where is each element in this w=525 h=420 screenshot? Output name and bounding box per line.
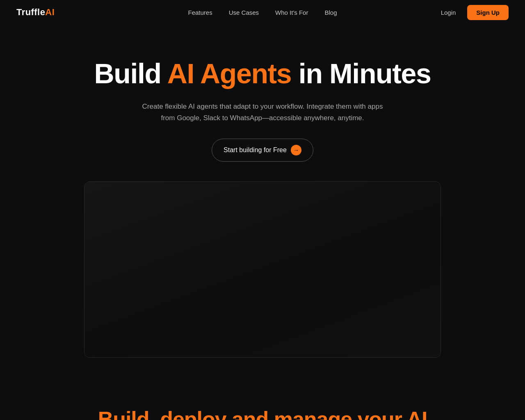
hero-section: Build AI Agents in Minutes Create flexib… xyxy=(0,25,525,374)
signup-button[interactable]: Sign Up xyxy=(467,5,509,20)
nav-link-features[interactable]: Features xyxy=(188,9,212,16)
nav-link-use-cases[interactable]: Use Cases xyxy=(229,9,259,16)
nav-links: Features Use Cases Who It's For Blog xyxy=(188,9,337,16)
demo-inner xyxy=(84,182,441,357)
hero-subtitle: Create flexible AI agents that adapt to … xyxy=(135,101,390,124)
nav-link-blog[interactable]: Blog xyxy=(324,9,337,16)
logo-text: TruffleAI xyxy=(16,7,55,18)
auth-buttons: Login Sign Up xyxy=(436,5,509,20)
hero-title-highlight: AI Agents xyxy=(167,58,292,89)
bottom-section: Build, deploy and manage your AI xyxy=(0,374,525,420)
navbar: TruffleAI Features Use Cases Who It's Fo… xyxy=(0,0,525,25)
logo[interactable]: TruffleAI xyxy=(16,7,55,18)
login-button[interactable]: Login xyxy=(436,6,461,19)
cta-arrow-icon: → xyxy=(291,145,301,155)
hero-title: Build AI Agents in Minutes xyxy=(94,57,431,89)
logo-suffix: AI xyxy=(45,7,55,17)
bottom-title: Build, deploy and manage your AI xyxy=(98,407,427,420)
nav-link-who-its-for[interactable]: Who It's For xyxy=(275,9,308,16)
logo-prefix: Truffle xyxy=(16,7,45,17)
hero-title-suffix: in Minutes xyxy=(291,58,431,89)
cta-button[interactable]: Start building for Free → xyxy=(212,139,313,162)
hero-title-prefix: Build xyxy=(94,58,167,89)
demo-frame xyxy=(84,181,441,358)
cta-label: Start building for Free xyxy=(224,146,287,154)
